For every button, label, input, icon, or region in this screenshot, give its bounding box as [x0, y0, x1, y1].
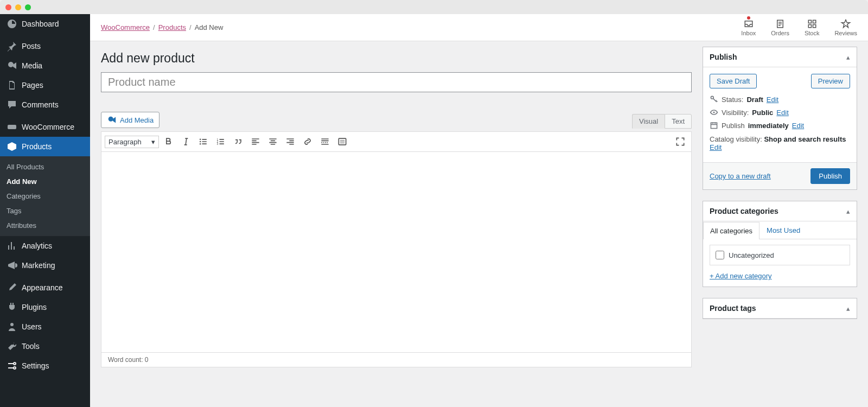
publish-postbox: Publish ▴ Save Draft Preview Status: Dra…	[703, 47, 857, 190]
woo-icon	[7, 122, 17, 132]
submenu-attributes[interactable]: Attributes	[0, 218, 90, 233]
format-select[interactable]: Paragraph▾	[105, 136, 159, 148]
italic-button[interactable]	[178, 134, 194, 149]
submenu-add-new[interactable]: Add New	[0, 174, 90, 189]
topbar-inbox[interactable]: Inbox	[741, 14, 756, 41]
sidebar-label: Marketing	[22, 261, 55, 270]
breadcrumb: WooCommerce / Products / Add New	[101, 14, 223, 41]
category-checkbox[interactable]	[716, 251, 724, 259]
inbox-icon	[743, 19, 754, 29]
sidebar-item-plugins[interactable]: Plugins	[0, 297, 90, 317]
analytics-icon	[7, 240, 17, 251]
quote-button[interactable]	[231, 134, 246, 149]
fullscreen-button[interactable]	[673, 134, 688, 149]
product-name-input[interactable]	[101, 72, 692, 92]
svg-rect-2	[808, 20, 811, 23]
tab-most-used[interactable]: Most Used	[760, 221, 807, 239]
topbar-stock[interactable]: Stock	[805, 14, 820, 41]
toggle-icon: ▴	[846, 304, 850, 313]
editor-toolbar: Paragraph▾ 123	[101, 131, 692, 152]
minimize-dot[interactable]	[15, 4, 21, 10]
svg-point-8	[200, 143, 201, 145]
bold-button[interactable]	[161, 134, 176, 149]
catalog-row: Catalog visibility: Shop and search resu…	[710, 135, 850, 151]
sidebar-item-comments[interactable]: Comments	[0, 95, 90, 115]
sidebar-item-tools[interactable]: Tools	[0, 336, 90, 356]
breadcrumb-separator: /	[189, 23, 192, 31]
sidebar-label: Tools	[22, 342, 40, 351]
publish-button[interactable]: Publish	[810, 168, 850, 184]
stock-icon	[807, 19, 818, 29]
edit-catalog-link[interactable]: Edit	[710, 143, 722, 151]
align-left-button[interactable]	[248, 134, 263, 149]
topbar-orders[interactable]: Orders	[771, 14, 789, 41]
calendar-icon	[710, 121, 718, 130]
close-dot[interactable]	[5, 4, 11, 10]
topbar-reviews[interactable]: Reviews	[834, 14, 857, 41]
tags-header[interactable]: Product tags ▴	[703, 298, 857, 319]
edit-visibility-link[interactable]: Edit	[776, 109, 788, 117]
tab-all-categories[interactable]: All categories	[703, 222, 760, 239]
editor-canvas[interactable]	[101, 152, 692, 353]
save-draft-button[interactable]: Save Draft	[710, 74, 757, 88]
toggle-icon: ▴	[846, 207, 850, 215]
maximize-dot[interactable]	[25, 4, 31, 10]
publish-header[interactable]: Publish ▴	[703, 47, 857, 67]
sidebar-item-settings[interactable]: Settings	[0, 356, 90, 376]
sidebar-item-pages[interactable]: Pages	[0, 75, 90, 95]
sidebar-item-products[interactable]: Products	[0, 137, 90, 156]
align-right-button[interactable]	[283, 134, 298, 149]
submenu-tags[interactable]: Tags	[0, 204, 90, 218]
preview-button[interactable]: Preview	[811, 74, 850, 88]
svg-rect-15	[711, 123, 717, 128]
add-media-button[interactable]: Add Media	[101, 112, 159, 128]
sidebar-submenu: All Products Add New Categories Tags Att…	[0, 156, 90, 236]
category-item[interactable]: Uncategorized	[716, 251, 844, 259]
sidebar-item-marketing[interactable]: Marketing	[0, 256, 90, 275]
sidebar-item-appearance[interactable]: Appearance	[0, 278, 90, 297]
edit-status-link[interactable]: Edit	[767, 96, 778, 104]
sidebar-label: Pages	[22, 81, 43, 90]
sidebar-item-posts[interactable]: Posts	[0, 36, 90, 56]
edit-publish-link[interactable]: Edit	[792, 122, 804, 130]
toggle-icon: ▴	[846, 53, 850, 61]
numbered-list-button[interactable]: 123	[213, 134, 228, 149]
sidebar-item-media[interactable]: Media	[0, 56, 90, 75]
link-button[interactable]	[300, 134, 315, 149]
visibility-row: Visibility: Public Edit	[710, 108, 850, 117]
users-icon	[7, 321, 17, 332]
submenu-categories[interactable]: Categories	[0, 189, 90, 204]
eye-icon	[710, 108, 718, 117]
svg-rect-4	[808, 24, 811, 27]
sidebar-item-woocommerce[interactable]: WooCommerce	[0, 117, 90, 137]
sidebar-item-analytics[interactable]: Analytics	[0, 236, 90, 256]
bullet-list-button[interactable]	[196, 134, 211, 149]
sidebar-item-dashboard[interactable]: Dashboard	[0, 14, 90, 34]
categories-header[interactable]: Product categories ▴	[703, 201, 857, 221]
pages-icon	[7, 80, 17, 91]
submenu-all-products[interactable]: All Products	[0, 160, 90, 174]
svg-rect-3	[813, 20, 815, 23]
align-center-button[interactable]	[265, 134, 280, 149]
tab-visual[interactable]: Visual	[632, 114, 665, 129]
pin-icon	[7, 41, 17, 52]
toolbar-toggle-button[interactable]	[335, 134, 350, 149]
topbar: WooCommerce / Products / Add New Inbox O…	[90, 14, 868, 41]
add-category-link[interactable]: + Add new category	[710, 272, 772, 280]
products-icon	[7, 141, 17, 152]
breadcrumb-woocommerce[interactable]: WooCommerce	[101, 23, 150, 31]
key-icon	[710, 95, 718, 104]
plugins-icon	[7, 302, 17, 313]
dashboard-icon	[7, 18, 17, 29]
readmore-button[interactable]	[317, 134, 333, 149]
svg-point-14	[713, 111, 714, 113]
media-icon	[107, 115, 117, 125]
category-list: Uncategorized	[710, 245, 850, 265]
breadcrumb-products[interactable]: Products	[158, 23, 186, 31]
tab-text[interactable]: Text	[665, 114, 692, 129]
sidebar-item-users[interactable]: Users	[0, 317, 90, 336]
sidebar-label: Analytics	[22, 241, 52, 250]
sidebar-label: Dashboard	[22, 20, 59, 28]
sidebar-label: Comments	[22, 100, 59, 109]
copy-draft-link[interactable]: Copy to a new draft	[710, 172, 771, 180]
